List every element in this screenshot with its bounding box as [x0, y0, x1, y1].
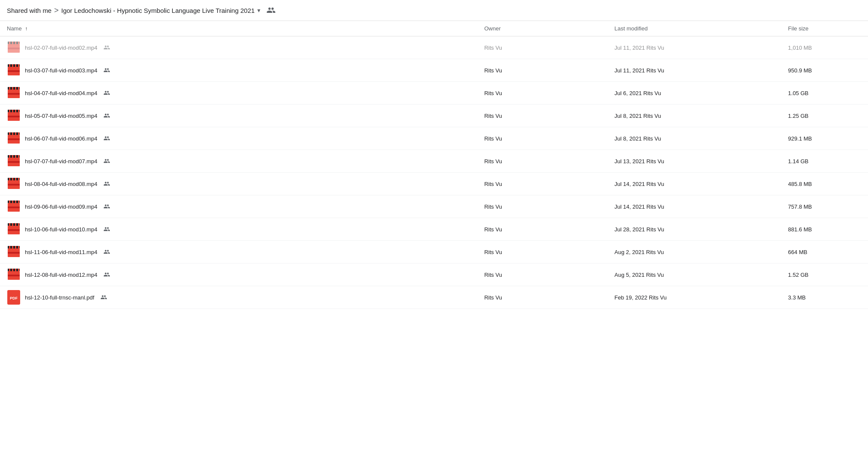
video-file-icon — [7, 245, 21, 259]
video-file-icon — [7, 86, 21, 100]
file-name: hsl-08-04-full-vid-mod08.mp4 — [25, 181, 97, 187]
svg-rect-24 — [15, 110, 16, 112]
video-file-icon — [7, 63, 21, 77]
file-size: 1.25 GB — [781, 105, 868, 127]
shared-people-icon — [103, 90, 110, 96]
file-owner: Rits Vu — [477, 173, 608, 195]
file-modified: Aug 5, 2021 Rits Vu — [608, 263, 781, 286]
video-file-icon — [7, 41, 21, 54]
file-owner: Rits Vu — [477, 286, 608, 309]
video-file-icon — [7, 200, 21, 213]
svg-rect-44 — [12, 178, 13, 180]
file-owner: Rits Vu — [477, 241, 608, 263]
svg-rect-72 — [12, 269, 13, 271]
table-row[interactable]: hsl-10-06-full-vid-mod10.mp4 Rits VuJul … — [0, 218, 868, 241]
file-name: hsl-07-07-full-vid-mod07.mp4 — [25, 158, 97, 165]
table-row[interactable]: hsl-12-08-full-vid-mod12.mp4 Rits VuAug … — [0, 263, 868, 286]
file-name: hsl-11-06-full-vid-mod11.mp4 — [25, 249, 97, 255]
col-header-size[interactable]: File size — [781, 21, 868, 36]
file-modified: Jul 8, 2021 Rits Vu — [608, 127, 781, 150]
svg-rect-37 — [12, 155, 13, 158]
table-row[interactable]: hsl-07-07-full-vid-mod07.mp4 Rits VuJul … — [0, 150, 868, 173]
svg-rect-62 — [8, 229, 20, 231]
file-owner: Rits Vu — [477, 150, 608, 173]
file-owner: Rits Vu — [477, 82, 608, 105]
svg-rect-32 — [18, 132, 19, 135]
breadcrumb-header: Shared with me > Igor Ledochowski - Hypn… — [0, 0, 868, 21]
svg-rect-20 — [8, 93, 20, 95]
svg-rect-8 — [9, 64, 10, 67]
col-header-modified[interactable]: Last modified — [608, 21, 781, 36]
col-header-owner[interactable]: Owner — [477, 21, 608, 36]
table-row[interactable]: hsl-05-07-full-vid-mod05.mp4 Rits VuJul … — [0, 105, 868, 127]
file-name: hsl-03-07-full-vid-mod03.mp4 — [25, 67, 97, 74]
file-size: 1.05 GB — [781, 82, 868, 105]
svg-rect-6 — [8, 48, 20, 49]
people-icon[interactable] — [266, 6, 276, 15]
svg-rect-67 — [18, 246, 19, 248]
file-name: hsl-02-07-full-vid-mod02.mp4 — [25, 45, 97, 51]
table-row[interactable]: PDF hsl-12-10-full-trnsc-manl.pdf Rits V… — [0, 286, 868, 309]
video-file-icon — [7, 222, 21, 236]
pdf-file-icon: PDF — [7, 290, 21, 304]
shared-people-icon — [103, 180, 110, 187]
table-row[interactable]: hsl-04-07-full-vid-mod04.mp4 Rits VuJul … — [0, 82, 868, 105]
shared-people-icon — [103, 135, 110, 142]
breadcrumb-shared-with-me[interactable]: Shared with me — [7, 7, 51, 14]
file-size: 1,010 MB — [781, 36, 868, 59]
svg-rect-13 — [8, 70, 20, 72]
svg-rect-50 — [9, 201, 10, 203]
file-size: 3.3 MB — [781, 286, 868, 309]
file-owner: Rits Vu — [477, 59, 608, 82]
table-header-row: Name ↑ Owner Last modified File size — [0, 21, 868, 36]
svg-rect-3 — [15, 42, 16, 44]
file-modified: Jul 28, 2021 Rits Vu — [608, 218, 781, 241]
svg-rect-34 — [8, 138, 20, 140]
file-owner: Rits Vu — [477, 127, 608, 150]
file-size: 664 MB — [781, 241, 868, 263]
file-size: 485.8 MB — [781, 173, 868, 195]
table-row[interactable]: hsl-11-06-full-vid-mod11.mp4 Rits VuAug … — [0, 241, 868, 263]
svg-rect-46 — [18, 178, 19, 180]
table-row[interactable]: hsl-09-06-full-vid-mod09.mp4 Rits VuJul … — [0, 195, 868, 218]
svg-rect-73 — [15, 269, 16, 271]
table-row[interactable]: hsl-06-07-full-vid-mod06.mp4 Rits VuJul … — [0, 127, 868, 150]
file-size: 1.14 GB — [781, 150, 868, 173]
table-row[interactable]: hsl-02-07-full-vid-mod02.mp4 Rits VuJul … — [0, 36, 868, 59]
col-header-name[interactable]: Name ↑ — [0, 21, 477, 36]
shared-people-icon — [103, 271, 110, 278]
svg-rect-9 — [12, 64, 13, 67]
file-modified: Jul 14, 2021 Rits Vu — [608, 173, 781, 195]
breadcrumb-folder[interactable]: Igor Ledochowski - Hypnotic Symbolic Lan… — [61, 7, 260, 14]
svg-rect-36 — [9, 155, 10, 158]
svg-rect-38 — [15, 155, 16, 158]
breadcrumb: Shared with me > Igor Ledochowski - Hypn… — [7, 6, 276, 15]
svg-rect-4 — [18, 42, 19, 44]
svg-rect-71 — [9, 269, 10, 271]
video-file-icon — [7, 132, 21, 145]
breadcrumb-folder-name: Igor Ledochowski - Hypnotic Symbolic Lan… — [61, 7, 255, 14]
file-name: hsl-04-07-full-vid-mod04.mp4 — [25, 90, 97, 96]
svg-rect-48 — [8, 184, 20, 186]
file-modified: Jul 13, 2021 Rits Vu — [608, 150, 781, 173]
svg-rect-31 — [15, 132, 16, 135]
svg-rect-23 — [12, 110, 13, 112]
file-modified: Jul 14, 2021 Rits Vu — [608, 195, 781, 218]
svg-rect-1 — [9, 42, 10, 44]
svg-rect-65 — [12, 246, 13, 248]
svg-rect-17 — [15, 87, 16, 90]
svg-rect-16 — [12, 87, 13, 90]
file-modified: Aug 2, 2021 Rits Vu — [608, 241, 781, 263]
svg-rect-64 — [9, 246, 10, 248]
table-row[interactable]: hsl-03-07-full-vid-mod03.mp4 Rits VuJul … — [0, 59, 868, 82]
shared-people-icon — [103, 203, 110, 210]
file-table: Name ↑ Owner Last modified File size hsl… — [0, 21, 868, 309]
svg-rect-22 — [9, 110, 10, 112]
svg-rect-55 — [8, 207, 20, 208]
video-file-icon — [7, 177, 21, 191]
svg-rect-29 — [9, 132, 10, 135]
svg-rect-41 — [8, 161, 20, 163]
file-owner: Rits Vu — [477, 36, 608, 59]
table-row[interactable]: hsl-08-04-full-vid-mod08.mp4 Rits VuJul … — [0, 173, 868, 195]
svg-rect-25 — [18, 110, 19, 112]
